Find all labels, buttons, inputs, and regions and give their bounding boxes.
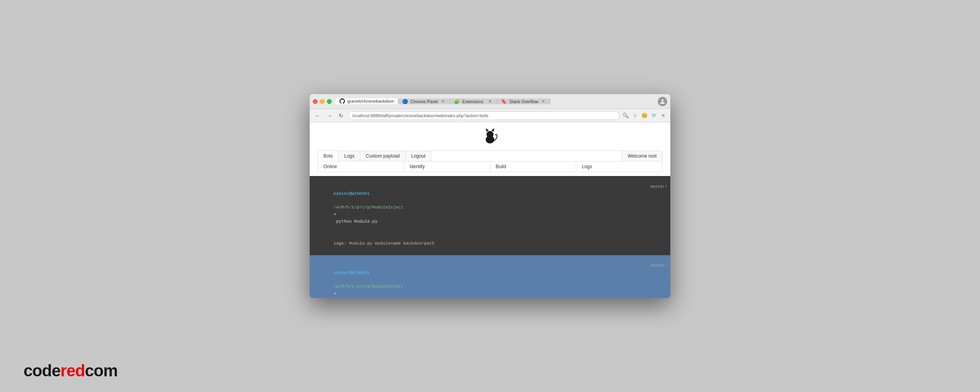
master-badge-1: master! [651,184,667,190]
refresh-button[interactable]: ↻ [336,111,346,120]
back-button[interactable]: ← [313,111,322,120]
app-nav: Bots Logs Custom payload Logout Welcome … [318,151,662,162]
terminal-line-2: sage: Module.py modulename backdoorpath [310,233,670,255]
tab3-close[interactable]: ✕ [487,99,493,104]
table-header: Online Identify Build Logs [318,162,662,172]
tab4-label: Stack Overflow [509,99,538,104]
close-button[interactable] [313,99,318,104]
col-online: Online [318,162,404,172]
nav-logs[interactable]: Logs [339,151,360,161]
terminal-line-3: master! eadsec@WIN0001 /A/M/h/t/p/c/p/Mo… [310,255,670,298]
tab-graniet[interactable]: graniet/chromebackdoor: ✕ [336,98,398,104]
page-content: Bots Logs Custom payload Logout Welcome … [310,122,670,298]
search-icon[interactable]: 🔍 [622,112,630,120]
forward-button[interactable]: → [325,111,334,120]
tab-extensions[interactable]: 🧩 Extensions ✕ [450,98,497,104]
menu-icon[interactable]: ≡ [659,112,667,120]
tab-chrome-panel[interactable]: 🔵 Chrome Panel ✕ [398,98,450,104]
tab1-label: graniet/chromebackdoor: [347,99,395,103]
col-build: Build [490,162,577,172]
chrome-panel-favicon: 🔵 [402,99,408,104]
url-bar[interactable]: localhost:8888/taff/private/chromebackdo… [348,111,619,120]
maximize-button[interactable] [327,99,332,104]
output-1: sage: Module.py modulename backdoorpath [334,241,434,246]
welcome-label: Welcome root [622,151,662,161]
tab2-label: Chrome Panel [410,99,438,104]
prompt-user-1: eadsec@WIN0001 [334,191,370,196]
col-logs: Logs [576,162,662,172]
col-identify: Identify [404,162,490,172]
extensions-favicon: 🧩 [454,99,460,104]
star-icon[interactable]: ☆ [631,112,639,120]
titlebar: graniet/chromebackdoor: ✕ 🔵 Chrome Panel… [310,94,670,109]
prompt-path-1: /A/M/h/t/p/c/p/ModuleInject [334,205,403,210]
nav-bots[interactable]: Bots [318,151,339,161]
master-badge-2: master! [651,263,667,269]
nav-custom-payload[interactable]: Custom payload [360,151,406,161]
watermark: coderedcom [24,361,118,380]
person-icon [660,99,665,104]
nav-icons: 🔍 ☆ 😊 ⟳ ≡ [622,112,667,120]
terminal: master! eadsec@WIN0001 /A/M/h/t/p/c/p/Mo… [310,176,670,298]
navigation-bar: ← → ↻ localhost:8888/taff/private/chrome… [310,109,670,122]
svg-marker-3 [491,128,494,132]
tabs-row: graniet/chromebackdoor: ✕ 🔵 Chrome Panel… [336,98,658,104]
github-icon [339,98,345,104]
watermark-code: code [24,361,60,380]
prompt-user-2: eadsec@WIN0001 [334,270,370,275]
cat-logo [318,126,662,146]
command-1: python Module.py [334,219,377,224]
watermark-com: com [85,361,117,380]
nav-logout[interactable]: Logout [406,151,432,161]
profile-avatar[interactable] [658,97,667,106]
svg-point-1 [486,131,494,138]
tab-stackoverflow[interactable]: 🔖 Stack Overflow ✕ [497,98,550,104]
minimize-button[interactable] [320,99,325,104]
tab4-close[interactable]: ✕ [541,99,546,104]
browser-window: graniet/chromebackdoor: ✕ 🔵 Chrome Panel… [310,94,670,298]
stackoverflow-favicon: 🔖 [501,99,507,104]
web-ui-section: Bots Logs Custom payload Logout Welcome … [310,122,670,176]
traffic-lights [313,99,332,104]
tab3-label: Extensions [462,99,483,104]
watermark-red: red [60,361,85,380]
terminal-line-1: master! eadsec@WIN0001 /A/M/h/t/p/c/p/Mo… [310,176,670,233]
emoji-icon[interactable]: 😊 [641,112,648,120]
svg-marker-2 [486,128,489,132]
tab2-close[interactable]: ✕ [440,99,446,104]
url-text: localhost:8888/taff/private/chromebackdo… [352,113,488,118]
cat-icon [480,126,500,146]
sync-icon[interactable]: ⟳ [650,112,658,120]
prompt-path-2: /A/M/h/t/p/c/p/ModuleInject [334,284,403,289]
